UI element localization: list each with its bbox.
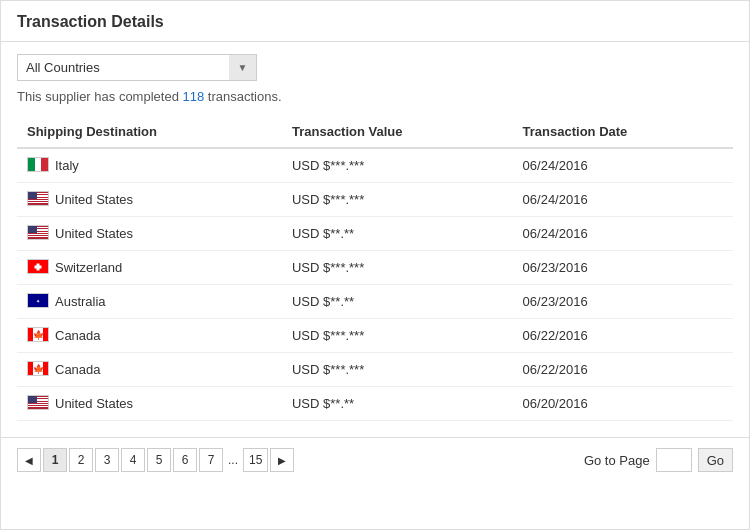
destination-cell: Italy bbox=[17, 148, 282, 183]
destination-cell: United States bbox=[17, 387, 282, 421]
page-title: Transaction Details bbox=[17, 13, 164, 30]
col-transaction-value: Transaction Value bbox=[282, 116, 513, 148]
pagination-dots: ... bbox=[225, 453, 241, 467]
flag-us bbox=[27, 191, 49, 206]
country-name: Canada bbox=[55, 362, 101, 377]
destination-cell: 🍁Canada bbox=[17, 353, 282, 387]
transaction-value: USD $***.*** bbox=[282, 319, 513, 353]
country-name: United States bbox=[55, 226, 133, 241]
flag-switzerland bbox=[27, 259, 49, 274]
table-header: Shipping Destination Transaction Value T… bbox=[17, 116, 733, 148]
table-body: ItalyUSD $***.***06/24/2016 United State… bbox=[17, 148, 733, 421]
transaction-value: USD $**.** bbox=[282, 285, 513, 319]
table-row: United StatesUSD $**.**06/20/2016 bbox=[17, 387, 733, 421]
destination-cell: United States bbox=[17, 217, 282, 251]
transaction-date: 06/24/2016 bbox=[513, 183, 733, 217]
transaction-date: 06/22/2016 bbox=[513, 353, 733, 387]
country-name: Canada bbox=[55, 328, 101, 343]
prev-page-button[interactable]: ◀ bbox=[17, 448, 41, 472]
page-container: Transaction Details All Countries Italy … bbox=[0, 0, 750, 530]
transaction-value: USD $***.*** bbox=[282, 251, 513, 285]
go-to-button[interactable]: Go bbox=[698, 448, 733, 472]
table-row: ✦AustraliaUSD $**.**06/23/2016 bbox=[17, 285, 733, 319]
go-to-page: Go to Page Go bbox=[584, 448, 733, 472]
page-2-button[interactable]: 2 bbox=[69, 448, 93, 472]
flag-italy bbox=[27, 157, 49, 172]
country-name: Italy bbox=[55, 158, 79, 173]
pagination-controls: ◀ 1 2 3 4 5 6 7 ... 15 ▶ bbox=[17, 448, 294, 472]
transaction-date: 06/24/2016 bbox=[513, 217, 733, 251]
country-name: United States bbox=[55, 192, 133, 207]
table-row: SwitzerlandUSD $***.***06/23/2016 bbox=[17, 251, 733, 285]
pagination-bar: ◀ 1 2 3 4 5 6 7 ... 15 ▶ Go to Page Go bbox=[1, 437, 749, 482]
table-row: United StatesUSD $**.**06/24/2016 bbox=[17, 217, 733, 251]
transaction-date: 06/23/2016 bbox=[513, 251, 733, 285]
summary-prefix: This supplier has completed bbox=[17, 89, 182, 104]
transaction-value: USD $**.** bbox=[282, 217, 513, 251]
col-shipping-destination: Shipping Destination bbox=[17, 116, 282, 148]
country-filter-wrapper: All Countries Italy United States Switze… bbox=[17, 54, 257, 81]
flag-us bbox=[27, 225, 49, 240]
next-page-button[interactable]: ▶ bbox=[270, 448, 294, 472]
country-name: Switzerland bbox=[55, 260, 122, 275]
transaction-date: 06/23/2016 bbox=[513, 285, 733, 319]
table-row: 🍁CanadaUSD $***.***06/22/2016 bbox=[17, 353, 733, 387]
page-4-button[interactable]: 4 bbox=[121, 448, 145, 472]
transaction-date: 06/24/2016 bbox=[513, 148, 733, 183]
destination-cell: Switzerland bbox=[17, 251, 282, 285]
page-last-button[interactable]: 15 bbox=[243, 448, 268, 472]
transaction-value: USD $**.** bbox=[282, 387, 513, 421]
summary-suffix: transactions. bbox=[204, 89, 281, 104]
page-1-button[interactable]: 1 bbox=[43, 448, 67, 472]
page-3-button[interactable]: 3 bbox=[95, 448, 119, 472]
next-arrow-icon: ▶ bbox=[278, 455, 286, 466]
transaction-date: 06/22/2016 bbox=[513, 319, 733, 353]
page-7-button[interactable]: 7 bbox=[199, 448, 223, 472]
go-to-label: Go to Page bbox=[584, 453, 650, 468]
flag-us bbox=[27, 395, 49, 410]
go-to-input[interactable] bbox=[656, 448, 692, 472]
table-row: 🍁CanadaUSD $***.***06/22/2016 bbox=[17, 319, 733, 353]
prev-arrow-icon: ◀ bbox=[25, 455, 33, 466]
flag-canada: 🍁 bbox=[27, 327, 49, 342]
destination-cell: ✦Australia bbox=[17, 285, 282, 319]
header: Transaction Details bbox=[1, 1, 749, 42]
col-transaction-date: Transaction Date bbox=[513, 116, 733, 148]
flag-canada: 🍁 bbox=[27, 361, 49, 376]
page-5-button[interactable]: 5 bbox=[147, 448, 171, 472]
filter-row: All Countries Italy United States Switze… bbox=[17, 54, 733, 81]
content-area: All Countries Italy United States Switze… bbox=[1, 42, 749, 433]
transaction-value: USD $***.*** bbox=[282, 353, 513, 387]
country-filter-select[interactable]: All Countries Italy United States Switze… bbox=[17, 54, 257, 81]
transaction-value: USD $***.*** bbox=[282, 183, 513, 217]
table-row: ItalyUSD $***.***06/24/2016 bbox=[17, 148, 733, 183]
transactions-table: Shipping Destination Transaction Value T… bbox=[17, 116, 733, 421]
flag-australia: ✦ bbox=[27, 293, 49, 308]
destination-cell: United States bbox=[17, 183, 282, 217]
table-row: United StatesUSD $***.***06/24/2016 bbox=[17, 183, 733, 217]
transaction-summary: This supplier has completed 118 transact… bbox=[17, 89, 733, 104]
country-name: Australia bbox=[55, 294, 106, 309]
transaction-value: USD $***.*** bbox=[282, 148, 513, 183]
page-6-button[interactable]: 6 bbox=[173, 448, 197, 472]
table-header-row: Shipping Destination Transaction Value T… bbox=[17, 116, 733, 148]
transaction-date: 06/20/2016 bbox=[513, 387, 733, 421]
transaction-count-link[interactable]: 118 bbox=[182, 89, 204, 104]
country-name: United States bbox=[55, 396, 133, 411]
destination-cell: 🍁Canada bbox=[17, 319, 282, 353]
